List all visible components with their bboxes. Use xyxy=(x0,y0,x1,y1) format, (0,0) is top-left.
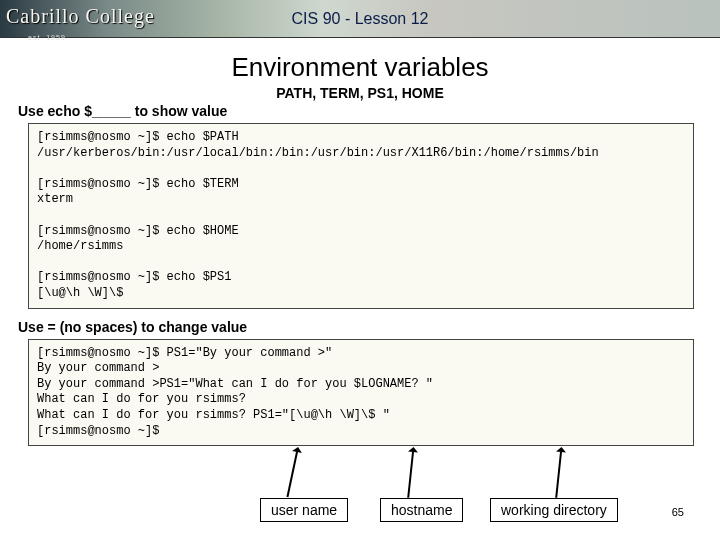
lesson-title: CIS 90 - Lesson 12 xyxy=(292,10,429,28)
callout-hostname: hostname xyxy=(380,498,463,522)
logo-text: Cabrillo College xyxy=(6,5,155,27)
terminal-output-change: [rsimms@nosmo ~]$ PS1="By your command >… xyxy=(28,339,694,447)
college-logo: Cabrillo College est. 1959 xyxy=(6,4,196,32)
page-title: Environment variables xyxy=(18,52,702,83)
slide-header: Cabrillo College est. 1959 CIS 90 - Less… xyxy=(0,0,720,38)
callout-working-directory: working directory xyxy=(490,498,618,522)
arrow-wd xyxy=(555,452,562,498)
arrow-user xyxy=(286,452,298,497)
usage-show-value: Use echo $_____ to show value xyxy=(18,103,702,119)
arrow-host xyxy=(407,452,414,498)
usage-change-value: Use = (no spaces) to change value xyxy=(18,319,702,335)
terminal-output-show: [rsimms@nosmo ~]$ echo $PATH /usr/kerber… xyxy=(28,123,694,309)
callout-user-name: user name xyxy=(260,498,348,522)
page-number: 65 xyxy=(672,506,684,518)
env-var-list: PATH, TERM, PS1, HOME xyxy=(18,85,702,101)
slide-content: Environment variables PATH, TERM, PS1, H… xyxy=(0,38,720,446)
